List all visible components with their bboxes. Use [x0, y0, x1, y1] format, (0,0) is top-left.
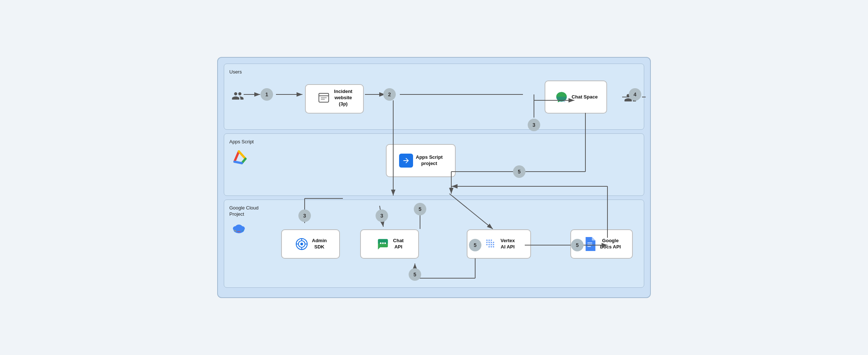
- apps-script-project-icon: [399, 154, 413, 168]
- svg-point-18: [380, 243, 381, 244]
- diagram-container: Users Incidentwebsite(3p): [217, 57, 651, 298]
- svg-point-24: [491, 240, 492, 241]
- svg-rect-44: [587, 246, 591, 247]
- vertex-ai-icon: [483, 237, 498, 251]
- incident-website-icon: [316, 90, 331, 105]
- google-docs-node: GoogleDocs API: [570, 229, 633, 259]
- svg-point-19: [382, 243, 384, 244]
- chat-api-icon: [376, 237, 390, 251]
- chat-api-node: ChatAPI: [360, 229, 419, 259]
- lane-users-label: Users: [229, 69, 639, 75]
- admin-sdk-node: AdminSDK: [281, 229, 340, 259]
- svg-rect-21: [484, 237, 497, 251]
- svg-point-20: [384, 243, 386, 244]
- user-icon-left: [232, 90, 244, 105]
- incident-website-node: Incidentwebsite(3p): [305, 84, 364, 114]
- svg-point-33: [488, 246, 490, 248]
- lane-gcp: Google CloudProject: [224, 200, 644, 288]
- svg-point-12: [300, 243, 303, 245]
- admin-sdk-icon: [294, 237, 309, 251]
- apps-script-logo: [232, 148, 249, 168]
- apps-script-project-label: Apps Scriptproject: [416, 154, 443, 167]
- lane-apps-script: Apps Script Apps Scriptproject: [224, 133, 644, 196]
- vertex-ai-node: VertexAI API: [467, 229, 531, 259]
- admin-sdk-label: AdminSDK: [312, 238, 327, 250]
- svg-point-29: [486, 244, 488, 245]
- svg-rect-42: [587, 243, 592, 243]
- chat-space-label: Chat Space: [572, 94, 598, 100]
- google-docs-label: GoogleDocs API: [600, 238, 621, 250]
- chat-space-icon: [554, 90, 569, 104]
- gcp-logo: [229, 218, 248, 239]
- svg-point-28: [493, 242, 494, 243]
- chat-space-node: Chat Space: [545, 80, 607, 114]
- user-icon-right: [624, 92, 636, 107]
- chat-api-label: ChatAPI: [393, 238, 404, 250]
- lane-users: Users Incidentwebsite(3p): [224, 64, 644, 130]
- google-docs-icon: [582, 237, 597, 251]
- vertex-ai-label: VertexAI API: [501, 238, 515, 250]
- lane-gcp-label: Google CloudProject: [229, 205, 639, 218]
- apps-script-project-node: Apps Scriptproject: [386, 144, 456, 177]
- svg-rect-43: [587, 244, 592, 245]
- incident-website-label: Incidentwebsite(3p): [334, 89, 352, 107]
- svg-point-25: [486, 242, 488, 243]
- svg-point-9: [235, 225, 243, 230]
